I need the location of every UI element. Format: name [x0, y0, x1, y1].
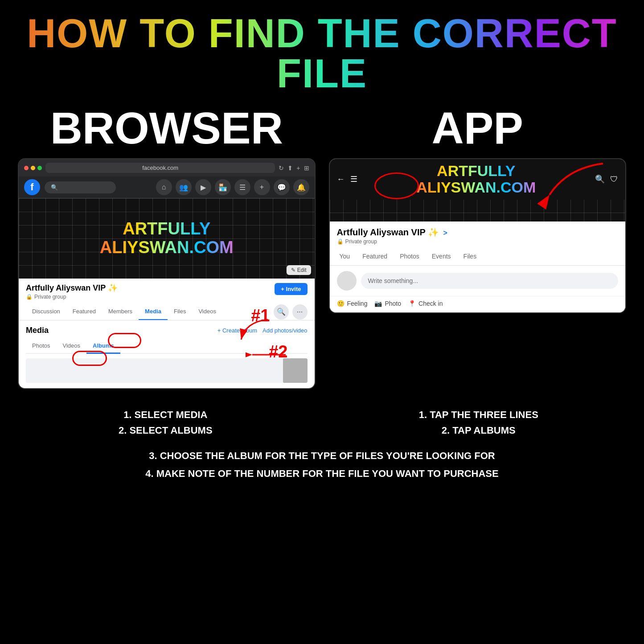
- artfully-line1: ARTFULLY: [100, 220, 234, 238]
- more-tab-icon[interactable]: ···: [292, 304, 308, 320]
- arrow-to-media: [237, 317, 272, 344]
- tab-videos[interactable]: Videos: [192, 304, 222, 320]
- tab-media[interactable]: Media: [139, 304, 168, 320]
- feeling-icon: 🙂: [337, 300, 345, 307]
- app-group-name-text: Artfully Aliyswan VIP ✨: [337, 227, 439, 237]
- tab-actions: 🔍 ···: [274, 304, 308, 320]
- back-icon[interactable]: ←: [337, 175, 345, 184]
- app-write-input[interactable]: Write something...: [361, 273, 619, 289]
- media-tab-videos[interactable]: Videos: [56, 339, 86, 353]
- menu-icon[interactable]: ☰: [234, 179, 250, 195]
- dot-maximize: [37, 166, 42, 170]
- app-tab-you[interactable]: You: [333, 248, 357, 265]
- checkin-icon: 📍: [408, 300, 416, 307]
- app-tab-photos[interactable]: Photos: [394, 248, 426, 265]
- photo-icon: 📷: [374, 300, 382, 307]
- app-group-tabs: You Featured Photos Events Files: [330, 248, 626, 266]
- tab-members[interactable]: Members: [102, 304, 139, 320]
- app-group-name: Artfully Aliyswan VIP ✨ >: [337, 227, 619, 238]
- media-tab-albums[interactable]: Albums: [86, 339, 120, 354]
- bottom-left-1: 1. SELECT MEDIA: [13, 407, 318, 422]
- share-icon[interactable]: ⬆: [287, 164, 293, 172]
- app-private-label: Private group: [345, 238, 377, 245]
- app-group-chevron[interactable]: >: [443, 229, 447, 237]
- app-tab-featured[interactable]: Featured: [356, 248, 394, 265]
- tab-files[interactable]: Files: [168, 304, 192, 320]
- create-icon[interactable]: +: [254, 179, 270, 195]
- feeling-label: Feeling: [347, 300, 368, 307]
- app-nav-left: ← ☰: [337, 174, 357, 184]
- bottom-right-2: 2. TAP ALBUMS: [327, 422, 631, 438]
- checkin-label: Check in: [418, 300, 443, 307]
- browser-bar: facebook.com ↻ ⬆ + ⊞: [19, 159, 315, 176]
- app-group-private: 🔒 Private group: [337, 238, 619, 245]
- private-label: Private group: [34, 294, 66, 300]
- app-action-feeling[interactable]: 🙂 Feeling: [337, 300, 368, 307]
- app-tab-events[interactable]: Events: [426, 248, 457, 265]
- watch-icon[interactable]: ▶: [195, 179, 211, 195]
- fb-nav-icons: ⌂ 👥 ▶ 🏪 ☰ + 💬 🔔: [156, 179, 309, 195]
- arrow-to-albums: [246, 346, 290, 364]
- app-artfully-line1: ARTFULLY: [416, 163, 536, 179]
- bottom-right-1: 1. TAP THE THREE LINES: [327, 407, 631, 422]
- photo-label: Photo: [385, 300, 401, 307]
- media-tab-photos[interactable]: Photos: [26, 339, 56, 353]
- app-lock-icon: 🔒: [337, 238, 344, 245]
- market-icon[interactable]: 🏪: [215, 179, 231, 195]
- browser-label: BROWSER: [18, 103, 316, 154]
- app-tab-files[interactable]: Files: [457, 248, 483, 265]
- home-icon[interactable]: ⌂: [156, 179, 172, 195]
- browser-dots: [24, 166, 42, 170]
- group-cover: ARTFULLY ALIYSWAN.COM ✎ Edit: [19, 198, 315, 279]
- tab-discussion[interactable]: Discussion: [26, 304, 66, 320]
- app-artfully-line2: ALIYSWAN.COM: [416, 179, 536, 196]
- bottom-right-col: 1. TAP THE THREE LINES 2. TAP ALBUMS: [327, 407, 631, 438]
- app-group-cover: ← ☰ ARTFULLY ALIYSWAN.COM 🔍 🛡: [330, 159, 626, 222]
- fb-nav: f 🔍 ⌂ 👥 ▶ 🏪 ☰ + 💬 🔔: [19, 176, 315, 198]
- browser-column: BROWSER facebook.com ↻ ⬆ + ⊞ f: [18, 103, 316, 389]
- fb-group-private: 🔒 Private group: [26, 294, 118, 300]
- app-header-text: ARTFULLY ALIYSWAN.COM: [416, 163, 536, 196]
- app-column: APP ← ☰ ARTFULLY ALIYSWAN.COM 🔍 🛡: [329, 103, 627, 389]
- tab-featured[interactable]: Featured: [66, 304, 102, 320]
- dot-close: [24, 166, 29, 170]
- fb-group-name: Artfully Aliyswan VIP ✨: [26, 283, 118, 293]
- fb-logo: f: [24, 179, 40, 195]
- app-write-box: Write something...: [330, 266, 626, 296]
- app-action-bar: 🙂 Feeling 📷 Photo 📍 Check in: [330, 296, 626, 312]
- bottom-left-col: 1. SELECT MEDIA 2. SELECT ALBUMS: [13, 407, 318, 438]
- browser-url: facebook.com: [45, 163, 275, 173]
- grid-icon[interactable]: ⊞: [304, 164, 309, 172]
- app-arrow: [523, 159, 612, 213]
- dot-minimize: [31, 166, 35, 170]
- refresh-icon[interactable]: ↻: [279, 164, 284, 172]
- bottom-left-2: 2. SELECT ALBUMS: [13, 422, 318, 438]
- app-avatar: [337, 271, 357, 291]
- invite-button[interactable]: + Invite: [275, 283, 307, 295]
- artfully-line2: ALIYSWAN.COM: [100, 238, 234, 257]
- fb-search-bar[interactable]: 🔍: [45, 181, 116, 193]
- app-group-info: Artfully Aliyswan VIP ✨ > 🔒 Private grou…: [330, 222, 626, 248]
- edit-button[interactable]: ✎ Edit: [287, 265, 311, 275]
- fb-group-info: Artfully Aliyswan VIP ✨ 🔒 Private group …: [19, 279, 315, 304]
- bottom-full-line-2: 4. MAKE NOTE OF THE NUMBER FOR THE FILE …: [13, 465, 631, 483]
- notifications-icon[interactable]: 🔔: [293, 179, 309, 195]
- app-label: APP: [329, 103, 627, 154]
- lock-icon: 🔒: [26, 294, 33, 300]
- messenger-icon[interactable]: 💬: [274, 179, 290, 195]
- bottom-text-section: 1. SELECT MEDIA 2. SELECT ALBUMS 1. TAP …: [0, 398, 644, 447]
- app-action-checkin[interactable]: 📍 Check in: [408, 300, 443, 307]
- cover-text: ARTFULLY ALIYSWAN.COM: [100, 220, 234, 257]
- add-tab-icon[interactable]: +: [296, 164, 300, 172]
- full-width-bottom: 3. CHOOSE THE ALBUM FOR THE TYPE OF FILE…: [0, 447, 644, 491]
- friends-icon[interactable]: 👥: [176, 179, 192, 195]
- main-title: HOW TO FIND THE CORRECT FILE: [0, 0, 644, 98]
- app-action-photo[interactable]: 📷 Photo: [374, 300, 401, 307]
- browser-actions: ↻ ⬆ + ⊞: [279, 164, 309, 172]
- media-title: Media: [26, 326, 49, 335]
- bottom-full-line-1: 3. CHOOSE THE ALBUM FOR THE TYPE OF FILE…: [13, 447, 631, 465]
- hamburger-icon[interactable]: ☰: [350, 174, 357, 184]
- search-tab-icon[interactable]: 🔍: [274, 304, 289, 320]
